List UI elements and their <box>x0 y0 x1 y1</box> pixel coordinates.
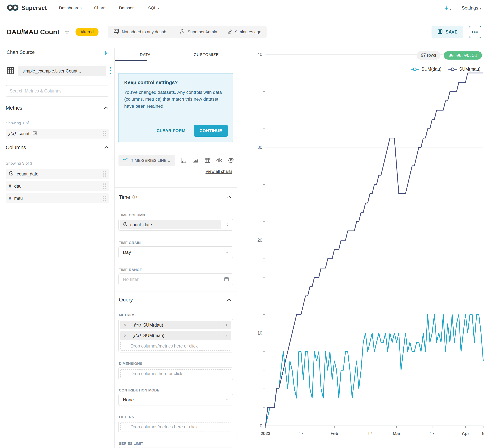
chevron-up-icon[interactable] <box>104 146 109 150</box>
view-all-charts-link[interactable]: View all charts <box>205 169 232 174</box>
viz-type-switcher: TIME-SERIES LINE … <box>118 155 233 166</box>
save-button[interactable]: SAVE <box>432 26 463 38</box>
svg-text:30: 30 <box>257 145 262 150</box>
bar-chart-icon[interactable] <box>181 158 187 163</box>
altered-badge: Altered <box>76 28 99 36</box>
favorite-star-icon[interactable]: ☆ <box>64 28 70 36</box>
chevron-right-icon[interactable] <box>221 331 231 340</box>
svg-text:17: 17 <box>367 431 372 436</box>
tab-data[interactable]: DATA <box>115 48 176 61</box>
superset-logo[interactable]: Superset <box>7 4 47 12</box>
dataset-options-icon[interactable] <box>110 67 111 74</box>
chevron-up-icon[interactable] <box>227 298 232 302</box>
metrics-drop-zone[interactable]: + Drop columns/metrics here or click <box>120 342 231 351</box>
new-item-button[interactable]: +▾ <box>444 5 451 11</box>
nav-right: +▾ Settings▾ <box>444 5 481 11</box>
contribution-mode-select[interactable]: None <box>118 394 233 406</box>
nav-item-charts[interactable]: Charts <box>94 6 107 10</box>
control-panel: DATA CUSTOMIZE Keep control settings? Yo… <box>115 48 237 448</box>
drag-handle[interactable] <box>103 171 106 177</box>
plus-icon: + <box>444 4 448 12</box>
dashboards-meta[interactable]: Not added to any dashb... <box>113 29 170 35</box>
filters-drop-zone[interactable]: + Drop columns/metrics here or click <box>120 423 231 432</box>
drag-handle[interactable] <box>103 131 106 136</box>
query-section-heading: Query <box>119 297 133 303</box>
more-options-button[interactable]: ••• <box>469 26 481 38</box>
metric-pill-sum-dau[interactable]: × ƒ(x)SUM(dau) <box>120 321 231 329</box>
pencil-icon <box>227 29 232 35</box>
column-item-mau[interactable]: # mau <box>6 193 109 203</box>
keep-settings-alert: Keep control settings? You've changed da… <box>118 73 233 142</box>
plus-icon: + <box>125 424 127 430</box>
column-item-dau[interactable]: # dau <box>6 181 109 191</box>
remove-icon[interactable]: × <box>120 333 130 339</box>
number-icon: # <box>9 196 11 201</box>
legend-item-sum-dau[interactable]: SUM(dau) <box>410 67 441 72</box>
selected-viz-type[interactable]: TIME-SERIES LINE … <box>118 155 175 166</box>
remove-icon[interactable]: × <box>120 322 130 328</box>
plus-icon: + <box>125 343 127 349</box>
collapse-sidebar-icon[interactable] <box>104 50 110 57</box>
big-number-viz-icon[interactable]: 4k <box>216 157 222 163</box>
query-status-row: 97 rows 00:00:00.51 <box>417 51 482 60</box>
timeseries-line-chart[interactable]: 010203040202317Feb17Mar17Apr9 <box>237 48 488 448</box>
drag-handle[interactable] <box>103 184 106 189</box>
legend-item-sum-mau[interactable]: SUM(mau) <box>448 67 480 72</box>
metric-item-count[interactable]: ƒ(x) count <box>6 129 109 139</box>
chart-legend: SUM(dau) SUM(mau) <box>410 67 480 72</box>
dashboard-icon <box>113 29 119 35</box>
chevron-up-icon[interactable] <box>227 196 232 200</box>
columns-heading: Columns <box>6 145 26 151</box>
chevron-right-icon[interactable] <box>221 321 231 329</box>
metrics-label: METRICS <box>119 313 136 317</box>
nav-item-sql[interactable]: SQL▾ <box>148 6 160 10</box>
column-item-count-date[interactable]: count_date <box>6 169 109 179</box>
brand-name: Superset <box>21 5 47 11</box>
time-column-select[interactable]: count_date <box>118 219 233 231</box>
svg-text:9: 9 <box>482 431 485 436</box>
drag-handle[interactable] <box>103 196 106 201</box>
clear-form-button[interactable]: CLEAR FORM <box>157 128 185 133</box>
chevron-down-icon: ▾ <box>158 7 160 10</box>
table-viz-icon[interactable] <box>205 158 211 163</box>
filters-label: FILTERS <box>119 415 134 419</box>
svg-text:40: 40 <box>257 52 262 57</box>
infinity-logo-icon <box>7 4 19 12</box>
chart-header: DAU/MAU Count ☆ Altered Not added to any… <box>0 16 488 48</box>
chevron-right-icon[interactable] <box>222 219 233 231</box>
number-icon: # <box>9 184 11 189</box>
last-edited-meta[interactable]: 9 minutes ago <box>227 29 261 35</box>
function-icon: ƒ(x) <box>9 131 16 136</box>
chart-canvas-area[interactable]: 010203040202317Feb17Mar17Apr9 97 rows 00… <box>237 48 488 448</box>
owner-meta[interactable]: Superset Admin <box>180 29 217 35</box>
continue-button[interactable]: CONTINUE <box>194 125 228 137</box>
series-limit-select[interactable]: None <box>118 447 233 448</box>
filters-box: + Drop columns/metrics here or click <box>118 421 233 433</box>
time-range-select[interactable]: No filter <box>118 273 233 285</box>
time-grain-select[interactable]: Day <box>118 247 233 258</box>
chevron-up-icon[interactable] <box>104 106 109 110</box>
dataset-name[interactable]: simple_example.User Count... <box>18 66 106 76</box>
row-count-badge: 97 rows <box>417 51 441 60</box>
tab-customize[interactable]: CUSTOMIZE <box>176 48 237 61</box>
time-range-label: TIME RANGE <box>119 268 142 272</box>
calendar-icon <box>224 277 229 282</box>
dimensions-box: + Drop columns here or click <box>118 367 233 380</box>
nav-item-datasets[interactable]: Datasets <box>119 6 136 10</box>
area-chart-icon[interactable] <box>192 158 199 163</box>
svg-text:0: 0 <box>260 424 262 428</box>
plus-icon: + <box>125 371 127 377</box>
chart-title[interactable]: DAU/MAU Count <box>7 28 59 36</box>
superset-explore-page: Superset Dashboards Charts Datasets SQL▾… <box>0 0 488 448</box>
svg-text:Apr: Apr <box>462 431 469 436</box>
chevron-down-icon <box>225 251 229 254</box>
alert-title: Keep control settings? <box>124 80 227 85</box>
nav-item-dashboards[interactable]: Dashboards <box>59 6 82 10</box>
metric-pill-sum-mau[interactable]: × ƒ(x)SUM(mau) <box>120 331 231 340</box>
search-input[interactable] <box>6 85 109 97</box>
alert-body: You've changed datasets. Any controls wi… <box>124 89 227 110</box>
dimensions-drop-zone[interactable]: + Drop columns here or click <box>120 369 231 378</box>
pie-chart-icon[interactable] <box>228 157 234 163</box>
settings-menu[interactable]: Settings▾ <box>462 5 481 11</box>
top-navbar: Superset Dashboards Charts Datasets SQL▾… <box>0 0 488 16</box>
